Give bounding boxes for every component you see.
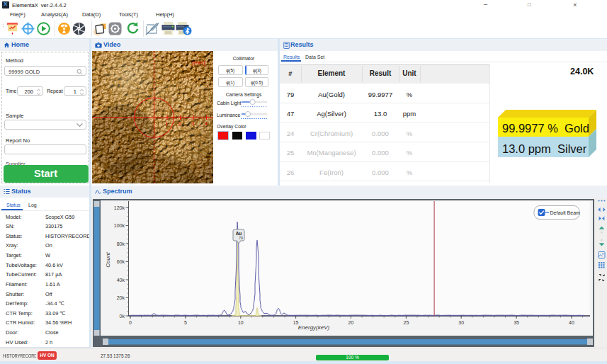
svg-text:40: 40: [569, 320, 574, 325]
svg-text:20k: 20k: [117, 295, 125, 300]
svg-text:1: 1: [165, 120, 169, 127]
svg-text:2: 2: [178, 120, 182, 127]
svg-text:35: 35: [514, 320, 519, 325]
svg-text:60k: 60k: [117, 259, 125, 264]
svg-text:Au: Au: [236, 231, 242, 236]
svg-text:Energy(keV): Energy(keV): [298, 324, 330, 331]
svg-text:40k: 40k: [117, 278, 125, 283]
svg-text:(mm): (mm): [192, 59, 205, 66]
svg-text:99.9977 % Gold: 99.9977 % Gold: [502, 122, 589, 135]
svg-text:13.0 ppm Silver: 13.0 ppm Silver: [502, 142, 587, 155]
svg-text:4: 4: [205, 120, 208, 127]
svg-text:Default Beam: Default Beam: [550, 210, 581, 215]
svg-text:120k: 120k: [114, 205, 125, 210]
svg-text:20: 20: [348, 320, 354, 325]
svg-text:79: 79: [239, 237, 243, 240]
svg-text:25: 25: [404, 320, 409, 325]
svg-text:0: 0: [129, 320, 132, 325]
svg-text:10: 10: [238, 320, 244, 325]
svg-text:Count: Count: [105, 252, 111, 268]
svg-text:3: 3: [191, 120, 195, 127]
svg-text:5: 5: [184, 320, 187, 325]
svg-text:30: 30: [458, 320, 464, 325]
svg-text:80k: 80k: [117, 241, 125, 246]
svg-text:0k: 0k: [120, 314, 125, 319]
svg-text:100k: 100k: [114, 223, 125, 228]
